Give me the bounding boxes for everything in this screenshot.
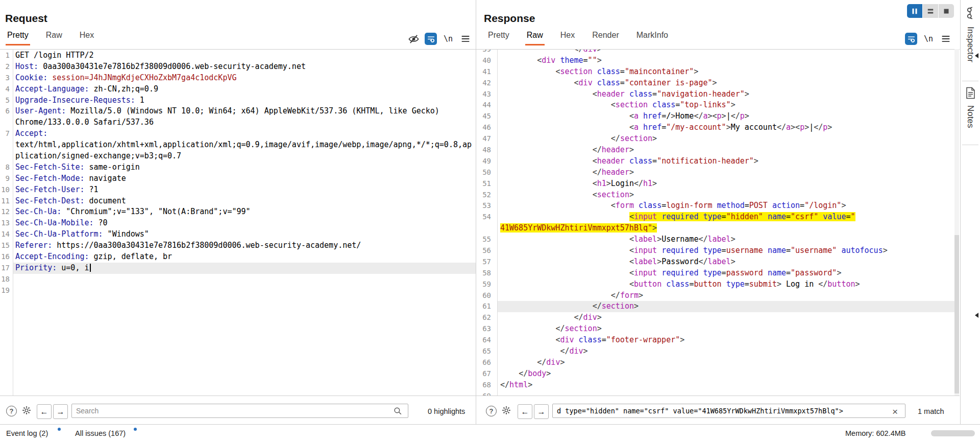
code-row: 45<a href=/>Home</a><p>|</p>	[476, 111, 954, 122]
code-row: 19	[0, 285, 476, 296]
memory-gauge	[931, 430, 975, 436]
tab-render[interactable]: Render	[591, 31, 620, 45]
collapse-sidebar-icon[interactable]	[975, 53, 978, 58]
request-search-input[interactable]	[71, 404, 408, 418]
code-row: 3Cookie: session=J4hJNmgKdjeCXHoZxbM7ga4…	[0, 73, 476, 84]
code-row: 8Sec-Fetch-Site: same-origin	[0, 162, 476, 173]
line-number: 14	[0, 229, 13, 240]
menu-icon[interactable]	[459, 33, 472, 45]
word-wrap-icon[interactable]	[425, 33, 437, 45]
search-prev-button[interactable]: ←	[518, 404, 532, 419]
line-number: 65	[476, 346, 497, 357]
line-number: 8	[0, 162, 13, 173]
sidebar-divider	[962, 81, 978, 81]
code-row: 50</header>	[476, 167, 954, 178]
menu-icon[interactable]	[940, 33, 952, 45]
single-panel-view-icon[interactable]	[939, 4, 954, 18]
line-number: 60	[476, 290, 497, 301]
settings-gear-icon[interactable]	[21, 405, 32, 415]
status-bar: Event log (2) All issues (167) Memory: 6…	[0, 425, 980, 442]
code-row: 1GET /login HTTP/2	[0, 50, 476, 61]
panel-splitter[interactable]	[476, 0, 476, 424]
line-number: 15	[0, 240, 13, 251]
line-number: 2	[0, 61, 13, 73]
line-number: 46	[476, 122, 497, 133]
code-row: 44<section class="top-links">	[476, 100, 954, 111]
help-icon[interactable]: ?	[486, 406, 497, 416]
code-row: 49<header class="notification-header">	[476, 156, 954, 167]
line-number: 4	[0, 84, 13, 95]
scrollbar-thumb[interactable]	[954, 235, 959, 393]
line-number: 64	[476, 335, 497, 346]
tab-pretty[interactable]: Pretty	[6, 31, 30, 45]
line-number: 1	[0, 50, 13, 61]
code-row: 56<input required type=username name="us…	[476, 245, 954, 257]
tab-hex[interactable]: Hex	[559, 31, 576, 45]
code-row: 9Sec-Fetch-Mode: navigate	[0, 173, 476, 184]
split-columns-view-icon[interactable]	[907, 4, 923, 18]
clear-search-icon[interactable]: ×	[892, 407, 898, 416]
search-magnifier-icon[interactable]	[393, 406, 403, 416]
line-number: 3	[0, 73, 13, 84]
request-editor[interactable]: 1GET /login HTTP/22Host: 0aa300a30431e7e…	[0, 50, 476, 396]
settings-gear-icon[interactable]	[501, 405, 511, 415]
code-row: plication/signed-exchange;v=b3;q=0.7	[0, 151, 476, 162]
line-number: 47	[476, 133, 497, 145]
response-scrollbar[interactable]	[954, 49, 959, 396]
eye-off-icon[interactable]	[407, 33, 420, 45]
response-search-input[interactable]	[552, 404, 905, 418]
event-log-button[interactable]: Event log (2)	[6, 429, 48, 437]
line-number: 63	[476, 323, 497, 335]
notes-document-icon[interactable]	[965, 87, 976, 101]
line-number: 69	[476, 391, 497, 396]
text-cursor	[90, 264, 91, 272]
line-number: 58	[476, 268, 497, 279]
code-row: 63</section>	[476, 323, 954, 335]
line-number: 13	[0, 218, 13, 229]
help-icon[interactable]: ?	[6, 406, 17, 416]
code-row: 12Sec-Ch-Ua: "Chromium";v="133", "Not(A:…	[0, 206, 476, 218]
code-row: 52<section>	[476, 190, 954, 201]
code-row: 6User-Agent: Mozilla/5.0 (Windows NT 10.…	[0, 106, 476, 117]
search-next-button[interactable]: →	[53, 404, 68, 419]
code-row: 62</div>	[476, 312, 954, 323]
collapse-sidebar-icon[interactable]	[975, 313, 978, 318]
tab-hex[interactable]: Hex	[78, 31, 95, 45]
line-number: 48	[476, 145, 497, 156]
line-number	[476, 223, 497, 234]
sidebar-tab-notes[interactable]: Notes	[965, 105, 975, 128]
line-number: 18	[0, 274, 13, 285]
code-row: 10Sec-Fetch-User: ?1	[0, 184, 476, 196]
line-number: 57	[476, 257, 497, 268]
tab-pretty[interactable]: Pretty	[486, 31, 511, 45]
line-number: 9	[0, 173, 13, 184]
word-wrap-icon[interactable]	[905, 33, 917, 45]
all-issues-button[interactable]: All issues (167)	[75, 429, 126, 437]
code-row: 14Sec-Ch-Ua-Platform: "Windows"	[0, 229, 476, 240]
line-number	[0, 117, 13, 128]
tab-raw[interactable]: Raw	[44, 31, 64, 45]
line-number: 68	[476, 380, 497, 391]
response-editor[interactable]: 39</div>40<div theme="">41<section class…	[476, 50, 954, 396]
line-number: 56	[476, 245, 497, 257]
line-number: 41	[476, 66, 497, 78]
sidebar-tab-inspector[interactable]: Inspector	[965, 27, 975, 62]
code-row: 48</header>	[476, 145, 954, 156]
response-title: Response	[484, 12, 535, 25]
code-row: 41<section class="maincontainer">	[476, 66, 954, 78]
memory-indicator: Memory: 602.4MB	[845, 429, 905, 437]
newline-icon[interactable]: \n	[922, 33, 935, 45]
search-next-button[interactable]: →	[534, 404, 549, 419]
code-row: 16Accept-Encoding: gzip, deflate, br	[0, 251, 476, 263]
code-row: 4Accept-Language: zh-CN,zh;q=0.9	[0, 84, 476, 95]
search-prev-button[interactable]: ←	[37, 404, 52, 419]
code-row: 18	[0, 274, 476, 285]
tab-markinfo[interactable]: MarkInfo	[635, 31, 670, 45]
gutter-divider	[497, 50, 498, 396]
inspector-glasses-icon[interactable]	[964, 6, 977, 22]
newline-icon[interactable]: \n	[442, 33, 454, 45]
split-rows-view-icon[interactable]	[923, 4, 939, 18]
code-row: 7Accept:	[0, 128, 476, 139]
line-number: 50	[476, 167, 497, 178]
tab-raw[interactable]: Raw	[525, 31, 545, 45]
